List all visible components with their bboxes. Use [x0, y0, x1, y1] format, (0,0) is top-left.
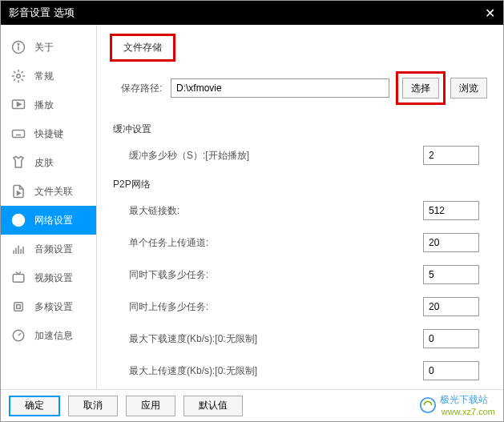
svg-point-3 — [17, 74, 21, 78]
browse-button[interactable]: 浏览 — [450, 78, 487, 98]
svg-rect-18 — [13, 275, 24, 283]
maxconn-row: 最大链接数: — [113, 201, 487, 220]
buffer-row: 缓冲多少秒（S）:[开始播放] — [113, 146, 487, 165]
svg-line-24 — [18, 333, 21, 336]
gear-icon — [10, 68, 26, 84]
save-path-input[interactable] — [171, 78, 389, 98]
uploadchan-row: 单个任务上传通道: — [113, 233, 487, 252]
speed-icon — [10, 328, 26, 344]
globe-icon — [10, 212, 26, 228]
save-path-row: 保存路径: 选择 浏览 — [113, 71, 487, 105]
sidebar-item-multicore[interactable]: 多核设置 — [1, 292, 96, 321]
sidebar-item-video[interactable]: 视频设置 — [1, 263, 96, 292]
maxconn-input[interactable] — [423, 201, 479, 220]
keyboard-icon — [10, 126, 26, 142]
settings-window: 影音设置 选项 ✕ 关于 常规 播放 — [0, 0, 504, 422]
select-button[interactable]: 选择 — [402, 78, 439, 98]
uptasks-label: 同时上传多少任务: — [129, 300, 208, 314]
ok-button[interactable]: 确定 — [9, 396, 60, 416]
sidebar-item-label: 网络设置 — [34, 214, 73, 227]
svg-point-2 — [18, 44, 19, 46]
sidebar-item-playback[interactable]: 播放 — [1, 90, 96, 119]
watermark-name: 极光下载站 — [440, 393, 495, 407]
p2p-section: P2P网络 最大链接数: 单个任务上传通道: 同时下载多少任务: 同时上传多少任… — [113, 178, 487, 380]
watermark-logo-icon — [419, 396, 437, 414]
apply-button[interactable]: 应用 — [126, 396, 175, 416]
info-icon — [10, 39, 26, 55]
sidebar-item-label: 加速信息 — [34, 329, 73, 343]
downtasks-input[interactable] — [423, 265, 479, 284]
maxdown-row: 最大下载速度(Kb/s):[0:无限制] — [113, 329, 487, 348]
sidebar-item-skin[interactable]: 皮肤 — [1, 148, 96, 177]
uptasks-row: 同时上传多少任务: — [113, 297, 487, 316]
sidebar-item-fileassoc[interactable]: 文件关联 — [1, 177, 96, 206]
maxup-input[interactable] — [423, 361, 479, 380]
sidebar-item-label: 常规 — [34, 70, 54, 83]
content-area: 关于 常规 播放 快捷键 — [1, 25, 503, 389]
svg-rect-21 — [14, 303, 23, 311]
sidebar-item-network[interactable]: 网络设置 — [1, 206, 96, 235]
sidebar-item-label: 文件关联 — [34, 185, 73, 199]
sidebar-item-label: 皮肤 — [34, 156, 54, 170]
sidebar-item-hotkey[interactable]: 快捷键 — [1, 119, 96, 148]
p2p-title: P2P网络 — [113, 178, 487, 191]
sidebar-item-label: 音频设置 — [34, 243, 73, 256]
cpu-icon — [10, 299, 26, 315]
downtasks-label: 同时下载多少任务: — [129, 268, 208, 282]
uploadchan-input[interactable] — [423, 233, 479, 252]
maxconn-label: 最大链接数: — [129, 204, 179, 218]
svg-point-25 — [421, 397, 435, 412]
svg-marker-11 — [18, 191, 21, 195]
downtasks-row: 同时下载多少任务: — [113, 265, 487, 284]
buffer-title: 缓冲设置 — [113, 123, 487, 136]
footer: 确定 取消 应用 默认值 极光下载站 www.xz7.com — [1, 389, 503, 421]
sidebar-item-label: 关于 — [34, 41, 54, 54]
save-path-label: 保存路径: — [121, 82, 171, 95]
close-icon[interactable]: ✕ — [485, 6, 495, 21]
file-storage-section: 文件存储 保存路径: 选择 浏览 — [113, 37, 487, 105]
sidebar: 关于 常规 播放 快捷键 — [1, 25, 97, 389]
sidebar-item-label: 播放 — [34, 98, 54, 112]
cancel-button[interactable]: 取消 — [68, 396, 118, 416]
sidebar-item-accel[interactable]: 加速信息 — [1, 321, 96, 350]
select-button-highlight: 选择 — [396, 71, 446, 105]
uptasks-input[interactable] — [423, 297, 479, 316]
watermark-text: 极光下载站 www.xz7.com — [440, 393, 495, 416]
tv-icon — [10, 270, 26, 286]
sidebar-item-label: 快捷键 — [34, 127, 63, 141]
buffer-input[interactable] — [423, 146, 479, 165]
svg-rect-6 — [13, 131, 25, 138]
sidebar-item-label: 多核设置 — [34, 300, 73, 314]
uploadchan-label: 单个任务上传通道: — [129, 236, 208, 250]
maxdown-input[interactable] — [423, 329, 479, 348]
watermark-url: www.xz7.com — [442, 407, 495, 416]
main-panel: 文件存储 保存路径: 选择 浏览 缓冲设置 缓冲多少秒（S）:[开始播放] — [97, 25, 503, 389]
play-icon — [10, 97, 26, 113]
file-icon — [10, 183, 26, 199]
buffer-label: 缓冲多少秒（S）:[开始播放] — [129, 149, 249, 163]
sidebar-item-general[interactable]: 常规 — [1, 62, 96, 90]
watermark: 极光下载站 www.xz7.com — [419, 393, 495, 416]
sidebar-item-audio[interactable]: 音频设置 — [1, 235, 96, 263]
default-button[interactable]: 默认值 — [183, 396, 243, 416]
audio-icon — [10, 241, 26, 257]
maxup-row: 最大上传速度(Kb/s):[0:无限制] — [113, 361, 487, 380]
maxup-label: 最大上传速度(Kb/s):[0:无限制] — [129, 364, 257, 378]
titlebar: 影音设置 选项 ✕ — [1, 1, 503, 25]
maxdown-label: 最大下载速度(Kb/s):[0:无限制] — [129, 332, 257, 346]
file-storage-title: 文件存储 — [110, 34, 175, 62]
svg-rect-22 — [17, 305, 21, 309]
sidebar-item-label: 视频设置 — [34, 271, 73, 285]
buffer-section: 缓冲设置 缓冲多少秒（S）:[开始播放] — [113, 123, 487, 165]
svg-marker-5 — [18, 102, 22, 107]
window-title: 影音设置 选项 — [9, 6, 75, 20]
sidebar-item-about[interactable]: 关于 — [1, 33, 96, 62]
shirt-icon — [10, 155, 26, 171]
